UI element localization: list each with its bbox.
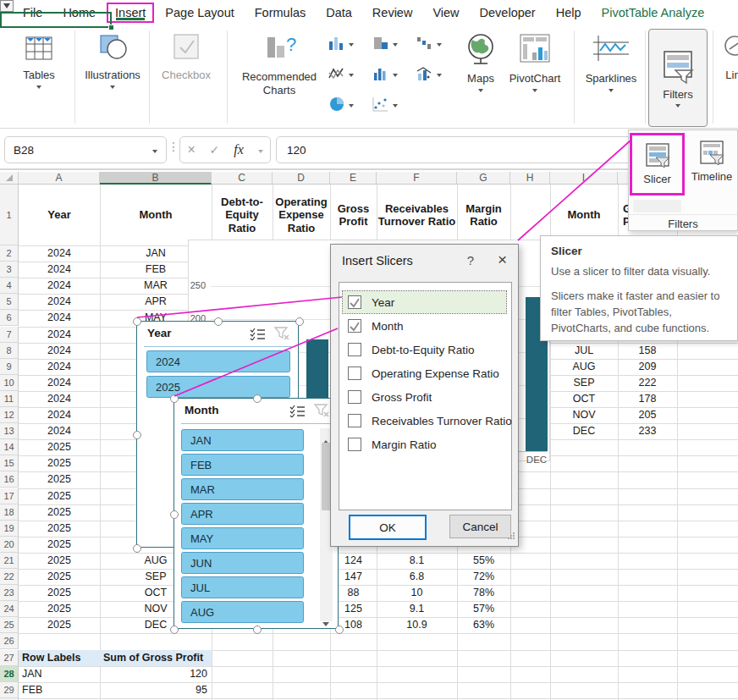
cell-A24[interactable]: 2025 (19, 601, 100, 617)
select-all-button[interactable] (0, 172, 19, 185)
row-header-14[interactable]: 14 (0, 439, 19, 455)
row-header-26[interactable]: 26 (0, 633, 19, 649)
column-header-F[interactable]: F (377, 172, 457, 185)
header-cell-D[interactable]: Operating Expense Ratio (273, 185, 329, 245)
slicer-item-jul[interactable]: JUL (181, 576, 304, 598)
row-header-24[interactable]: 24 (0, 601, 19, 617)
cell-F23[interactable]: 10 (377, 585, 457, 601)
row-header-16[interactable]: 16 (0, 471, 19, 488)
cell-I12[interactable]: NOV (550, 407, 618, 423)
close-icon[interactable]: × (498, 251, 507, 269)
cell-G21[interactable]: 55% (457, 553, 510, 569)
cell-I10[interactable]: SEP (550, 375, 618, 391)
slicer-item-may[interactable]: MAY (181, 527, 304, 549)
cell-F24[interactable]: 9.1 (377, 601, 457, 617)
cell-A6[interactable]: 2024 (19, 310, 100, 326)
cell-J11[interactable]: 178 (618, 391, 677, 407)
cell-G24[interactable]: 57% (457, 601, 510, 617)
selection-handle[interactable] (214, 317, 223, 326)
cell-A22[interactable]: 2025 (19, 569, 100, 585)
tab-page-layout[interactable]: Page Layout (156, 3, 243, 23)
dialog-field-year[interactable]: Year (343, 291, 506, 313)
cell-A15[interactable]: 2025 (19, 455, 100, 471)
combo-chart-button[interactable] (416, 66, 442, 81)
tab-pivottable-analyze[interactable]: PivotTable Analyze (592, 3, 713, 23)
selection-handle[interactable] (170, 394, 179, 403)
checkbox-unchecked[interactable] (348, 367, 361, 380)
column-chart-button[interactable] (328, 36, 354, 51)
cell-J10[interactable]: 222 (618, 375, 677, 391)
selection-handle[interactable] (133, 544, 141, 553)
multi-select-icon[interactable] (289, 405, 306, 421)
checkbox-unchecked[interactable] (348, 343, 361, 356)
row-header-20[interactable]: 20 (0, 537, 19, 553)
row-header-23[interactable]: 23 (0, 585, 19, 601)
row-header-19[interactable]: 19 (0, 521, 19, 537)
cell-A18[interactable]: 2025 (19, 504, 100, 521)
cell-A27[interactable]: Row Labels (19, 650, 100, 666)
row-header-25[interactable]: 25 (0, 617, 19, 633)
slicer-item-aug[interactable]: AUG (181, 601, 304, 623)
help-icon[interactable]: ? (467, 253, 474, 267)
column-header-I[interactable]: I (550, 172, 618, 185)
row-header-22[interactable]: 22 (0, 569, 19, 585)
cell-A20[interactable]: 2025 (19, 537, 100, 553)
column-header-G[interactable]: G (457, 172, 510, 185)
cell-G22[interactable]: 72% (457, 569, 510, 585)
resize-grip[interactable] (507, 528, 515, 543)
row-header-5[interactable]: 5 (0, 294, 19, 310)
tables-button[interactable]: Tables (12, 32, 66, 89)
area-chart-button[interactable] (372, 36, 398, 51)
formula-bar-splitter[interactable]: ⋮ (168, 140, 179, 153)
row-header-3[interactable]: 3 (0, 262, 19, 278)
slicer-item-mar[interactable]: MAR (181, 478, 304, 500)
row-header-2[interactable]: 2 (0, 245, 19, 262)
illustrations-button[interactable]: Illustrations (80, 32, 146, 89)
cell-A4[interactable]: 2024 (19, 278, 100, 294)
header-cell-E[interactable]: Gross Profit (331, 185, 376, 245)
tab-help[interactable]: Help (547, 3, 591, 23)
cell-A11[interactable]: 2024 (19, 391, 100, 407)
slicer-item-2024[interactable]: 2024 (146, 350, 290, 372)
ok-button[interactable]: OK (349, 515, 427, 540)
checkbox-unchecked[interactable] (348, 390, 361, 404)
cell-A16[interactable]: 2025 (19, 471, 100, 488)
row-header-17[interactable]: 17 (0, 488, 19, 504)
row-header-28[interactable]: 28 (0, 666, 19, 682)
dialog-field-operating-expense-ratio[interactable]: Operating Expense Ratio (343, 362, 506, 384)
row-header-6[interactable]: 6 (0, 310, 19, 326)
insert-function-icon[interactable]: fx (234, 142, 244, 157)
dialog-field-debt-to-equity-ratio[interactable]: Debt-to-Equity Ratio (343, 339, 506, 361)
cell-A28[interactable]: JAN (19, 666, 100, 682)
cell-A2[interactable]: 2024 (19, 245, 100, 262)
row-header-4[interactable]: 4 (0, 278, 19, 294)
row-header-13[interactable]: 13 (0, 423, 19, 439)
dialog-field-margin-ratio[interactable]: Margin Ratio (343, 433, 506, 455)
slicer-menu-item[interactable]: Slicer (630, 133, 685, 196)
maps-button[interactable]: Maps (457, 32, 504, 92)
row-header-10[interactable]: 10 (0, 375, 19, 391)
header-cell-B[interactable]: Month (101, 185, 211, 245)
checkbox-unchecked[interactable] (348, 414, 361, 427)
waterfall-chart-button[interactable] (416, 36, 442, 51)
column-header-C[interactable]: C (212, 172, 273, 185)
cell-B27[interactable]: Sum of Gross Profit (100, 650, 212, 666)
cell-J13[interactable]: 233 (618, 423, 677, 439)
recommended-charts-button[interactable]: ? Recommended Charts (237, 32, 322, 96)
cell-G25[interactable]: 63% (457, 617, 510, 633)
selection-handle[interactable] (170, 510, 179, 519)
timeline-menu-item[interactable]: Timeline (686, 133, 737, 196)
row-header-18[interactable]: 18 (0, 504, 19, 521)
row-header-12[interactable]: 12 (0, 407, 19, 423)
header-cell-F[interactable]: Receivables Turnover Ratio (377, 185, 456, 245)
cell-A10[interactable]: 2024 (19, 375, 100, 391)
checkbox-unchecked[interactable] (348, 438, 361, 451)
cell-A21[interactable]: 2025 (19, 553, 100, 569)
row-header-15[interactable]: 15 (0, 455, 19, 471)
cell-A17[interactable]: 2025 (19, 488, 100, 504)
row-header-29[interactable]: 29 (0, 682, 19, 698)
sparklines-button[interactable]: Sparklines (579, 32, 643, 92)
slicer-item-jan[interactable]: JAN (181, 429, 304, 451)
cell-J12[interactable]: 205 (618, 407, 677, 423)
cell-F25[interactable]: 10.9 (377, 617, 457, 633)
